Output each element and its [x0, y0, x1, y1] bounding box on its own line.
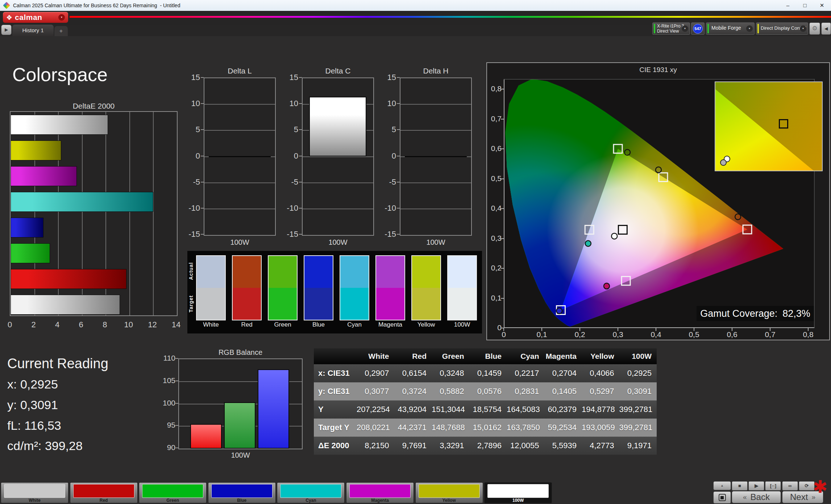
- delta-tick-mark: [201, 129, 204, 130]
- cie-x-tick-label: 0,2: [569, 330, 591, 339]
- calman-menu-button[interactable]: ❖ calman ▼: [3, 12, 68, 23]
- magenta-measured: [604, 283, 610, 289]
- delta-tick-mark: [299, 129, 302, 130]
- pattern-tile-label: Yellow: [416, 498, 483, 503]
- delta-gridline: [400, 209, 471, 209]
- cie-x-tick-label: 0,7: [759, 330, 781, 339]
- add-tab-button[interactable]: +: [54, 26, 68, 36]
- table-row: Target Y208,022144,2371148,768815,016216…: [314, 419, 657, 437]
- delta-tick-mark: [299, 156, 302, 156]
- actual-color: [269, 256, 297, 288]
- table-row-label: y: CIE31: [314, 382, 357, 400]
- table-column-header: Magenta: [544, 348, 582, 364]
- cie-y-tick-label: 0,2: [486, 264, 502, 272]
- rgb-tick-label: 95: [159, 421, 175, 429]
- table-cell: 4,2773: [582, 437, 619, 455]
- pattern-tile-swatch: [419, 484, 480, 498]
- table-column-header: White: [357, 348, 394, 364]
- play-button[interactable]: ▶: [748, 481, 764, 491]
- delta-h-title: Delta H: [400, 67, 472, 75]
- comparison-column-label: White: [196, 321, 226, 328]
- deltae-bar-100w: [11, 295, 120, 315]
- cie-x-tick-mark: [656, 328, 656, 331]
- table-row: y: CIE310,30770,37240,58820,05760,28310,…: [314, 382, 657, 400]
- step-button[interactable]: [··]: [765, 481, 781, 491]
- rgb-balance-chart: [178, 358, 303, 449]
- actual-color: [412, 256, 440, 288]
- target-color: [233, 288, 261, 320]
- back-button[interactable]: « Back: [732, 491, 781, 503]
- cie-y-tick-label: 0,1: [486, 294, 502, 302]
- deltae-axis-label: 4: [50, 320, 65, 329]
- pattern-tile-green[interactable]: Green: [139, 482, 207, 503]
- cyan-measured: [585, 240, 591, 246]
- deltae-axis-label: 12: [145, 320, 159, 329]
- comparison-column-label: Cyan: [340, 321, 369, 328]
- comparison-swatch-white: [196, 255, 226, 320]
- table-cell: 3,3291: [432, 437, 469, 455]
- pattern-tile-magenta[interactable]: Magenta: [346, 482, 414, 503]
- deltae-axis-label: 8: [97, 320, 112, 329]
- pattern-tile-label: Red: [70, 498, 137, 503]
- loop-button[interactable]: ∞: [782, 481, 798, 491]
- table-cell: 399,2781: [619, 400, 657, 419]
- pattern-tile-blue[interactable]: Blue: [208, 482, 276, 503]
- delta-tick-mark: [201, 103, 204, 104]
- cie-x-tick-mark: [770, 328, 770, 331]
- delta-tick-label: -15: [379, 230, 396, 239]
- calman-application-window: Calman 2025 Calman Ultimate for Business…: [0, 0, 831, 504]
- source-dropdown[interactable]: Mobile Forge ▼: [706, 22, 755, 35]
- pattern-tile-swatch: [142, 484, 203, 498]
- table-cell: 0,0576: [469, 382, 507, 400]
- display-control-dropdown[interactable]: Direct Display Control ▼: [756, 22, 808, 35]
- comparison-column-label: Magenta: [375, 321, 405, 328]
- delta-l-title: Delta L: [204, 67, 276, 75]
- reading-count-badge: 547: [693, 24, 703, 34]
- minimize-button[interactable]: –: [780, 0, 796, 11]
- rgb-tick-label: 110: [159, 354, 175, 362]
- collapse-transport-button[interactable]: ▲: [713, 481, 731, 490]
- pattern-tile-100w[interactable]: 100W: [484, 482, 552, 503]
- delta-tick-label: 0: [183, 151, 200, 161]
- calman-logo-text: calman: [15, 13, 56, 22]
- maximize-button[interactable]: □: [797, 0, 813, 11]
- stop-button[interactable]: ■: [732, 481, 748, 491]
- meter-dropdown[interactable]: X-Rite i1Pro 3 Direct View ▼: [652, 22, 690, 35]
- close-button[interactable]: ✕: [814, 0, 830, 11]
- refresh-button[interactable]: ⟳: [799, 481, 815, 491]
- tab-history-1[interactable]: History 1: [12, 25, 54, 36]
- source-status-stripe: [707, 24, 709, 33]
- deltae-axis-label: 6: [74, 320, 88, 329]
- window-titlebar: Calman 2025 Calman Ultimate for Business…: [0, 0, 831, 11]
- cie-x-tick-label: 0,1: [531, 330, 553, 339]
- table-cell: 0,3724: [394, 382, 432, 400]
- cie-y-tick-label: 0,4: [486, 204, 502, 213]
- cie-x-tick-mark: [618, 328, 618, 331]
- pattern-tile-cyan[interactable]: Cyan: [277, 482, 345, 503]
- delta_l-zero-line: [209, 156, 271, 157]
- delta-gridline: [204, 209, 275, 209]
- actual-color: [233, 256, 261, 288]
- back-chevron-icon: «: [743, 493, 747, 501]
- pattern-tile-swatch: [4, 484, 65, 498]
- table-cell: 163,7850: [507, 419, 544, 437]
- deltae-gridline: [129, 112, 130, 315]
- stop-square-icon: [719, 494, 726, 501]
- settings-gear-button[interactable]: ⚙: [809, 22, 820, 35]
- pattern-tile-yellow[interactable]: Yellow: [415, 482, 483, 503]
- delta-gridline: [204, 130, 275, 131]
- pattern-tile-white[interactable]: White: [1, 482, 68, 503]
- chevron-down-icon: ▼: [746, 25, 753, 32]
- delta_h-zero-line: [405, 156, 467, 157]
- session-play-button[interactable]: ▶: [1, 25, 12, 35]
- cie-y-tick-mark: [501, 238, 504, 239]
- collapse-panel-button[interactable]: ◀: [821, 22, 831, 35]
- table-cell: 8,2150: [357, 437, 394, 455]
- meter-reading-badge-button[interactable]: 547: [691, 22, 705, 35]
- table-cell: 0,6154: [394, 364, 432, 382]
- stop-measurement-button[interactable]: [713, 491, 731, 504]
- rgb-bar-blue: [258, 369, 289, 449]
- pattern-tile-red[interactable]: Red: [70, 482, 138, 503]
- target-color: [269, 288, 297, 320]
- display-control-name: Direct Display Control: [761, 25, 806, 31]
